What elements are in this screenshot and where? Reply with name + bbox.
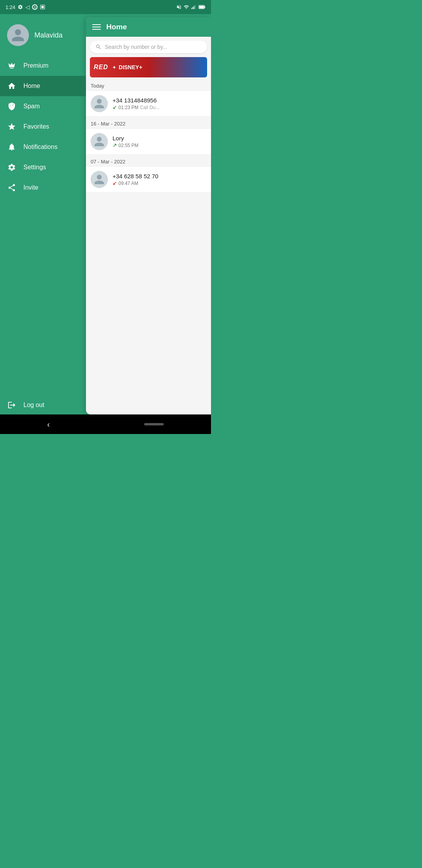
svg-rect-3 [193, 7, 193, 9]
sidebar-item-label-invite: Invite [23, 184, 38, 191]
svg-rect-1 [41, 6, 44, 8]
home-pill[interactable] [144, 423, 164, 425]
shield-icon [7, 102, 16, 111]
call-item[interactable]: +34 628 58 52 70 ↙ 09:47 AM [86, 167, 211, 192]
ad-text-red: RED [94, 64, 108, 71]
back-button[interactable]: ‹ [47, 420, 50, 429]
main-layout: Malavida Premium Home Spam Favorite [0, 14, 211, 414]
status-bar: 1:24 ◁ 8 [0, 0, 211, 14]
sidebar-item-label-spam: Spam [23, 103, 40, 110]
ad-banner: RED ✦ DISNEY+ [90, 57, 207, 77]
caller-avatar [91, 133, 108, 150]
call-info: +34 1314848956 ↙ 01:23 PM Call Du... [113, 97, 206, 110]
incoming-arrow-icon: ↙ [113, 104, 117, 110]
svg-rect-4 [193, 6, 194, 9]
caller-avatar [91, 95, 108, 112]
call-time: 01:23 PM [118, 105, 138, 110]
search-placeholder: Search by number or by... [105, 44, 167, 50]
sidebar-item-invite[interactable]: Invite [0, 178, 86, 198]
call-time-row: ↙ 09:47 AM [113, 180, 206, 186]
call-list: Today +34 1314848956 ↙ 01:23 PM Call Du.… [86, 79, 211, 414]
sidebar-item-label-favorites: Favorites [23, 123, 49, 130]
content-panel: Home Search by number or by... RED ✦ DIS… [86, 17, 211, 414]
sidebar-item-notifications[interactable]: Notifications [0, 137, 86, 157]
content-header: Home [86, 17, 211, 37]
star-icon [7, 122, 16, 131]
date-header-mar07: 07 - Mar - 2022 [86, 155, 211, 166]
user-profile: Malavida [0, 20, 86, 56]
date-header-mar16: 16 - Mar - 2022 [86, 117, 211, 128]
sidebar-item-premium[interactable]: Premium [0, 56, 86, 76]
content-title: Home [106, 23, 127, 31]
call-time: 09:47 AM [118, 181, 138, 186]
call-info: Lory ↗ 02:55 PM [113, 135, 206, 148]
call-time-row: ↗ 02:55 PM [113, 142, 206, 148]
call-time: 02:55 PM [118, 143, 138, 148]
wifi-icon [184, 4, 189, 10]
search-bar[interactable]: Search by number or by... [90, 41, 207, 53]
mute-icon [176, 4, 182, 10]
bottom-nav: ‹ [0, 414, 211, 434]
sidebar: Malavida Premium Home Spam Favorite [0, 14, 86, 414]
status-left: 1:24 ◁ 8 [5, 4, 45, 10]
settings-status-icon [18, 4, 23, 10]
search-icon [95, 44, 102, 50]
sidebar-item-label-premium: Premium [23, 62, 48, 69]
logout-icon [7, 400, 16, 410]
call-name: +34 1314848956 [113, 97, 206, 104]
battery-icon [198, 5, 206, 9]
date-header-today: Today [86, 79, 211, 90]
screenshot-icon [40, 4, 45, 10]
circle-icon: 8 [32, 4, 38, 10]
call-time-row: ↙ 01:23 PM Call Du... [113, 104, 206, 110]
status-right [176, 4, 206, 10]
back-arrow-icon: ◁ [25, 4, 30, 10]
logout-button[interactable]: Log out [0, 395, 86, 414]
call-name: +34 628 58 52 70 [113, 173, 206, 179]
outgoing-arrow-icon: ↗ [113, 142, 117, 148]
signal-icon [191, 4, 197, 10]
sidebar-item-settings[interactable]: Settings [0, 157, 86, 178]
missed-arrow-icon: ↙ [113, 180, 117, 186]
status-time: 1:24 [5, 4, 15, 10]
sidebar-item-label-notifications: Notifications [23, 143, 57, 151]
sidebar-item-favorites[interactable]: Favorites [0, 117, 86, 137]
gear-icon [7, 163, 16, 172]
logout-label: Log out [23, 402, 44, 409]
sidebar-item-spam[interactable]: Spam [0, 96, 86, 117]
ad-text-white: ✦ [112, 65, 116, 70]
call-duration: Call Du... [140, 105, 159, 110]
home-icon [7, 81, 16, 91]
call-item[interactable]: Lory ↗ 02:55 PM [86, 129, 211, 154]
hamburger-button[interactable] [92, 24, 101, 30]
call-info: +34 628 58 52 70 ↙ 09:47 AM [113, 173, 206, 186]
user-name: Malavida [34, 31, 63, 39]
share-icon [7, 183, 16, 192]
sidebar-item-home[interactable]: Home [0, 76, 86, 96]
avatar [7, 24, 29, 46]
call-item[interactable]: +34 1314848956 ↙ 01:23 PM Call Du... [86, 91, 211, 116]
call-name: Lory [113, 135, 206, 142]
sidebar-item-label-home: Home [23, 82, 40, 90]
svg-rect-5 [195, 5, 195, 9]
sidebar-item-label-settings: Settings [23, 164, 46, 171]
crown-icon [7, 61, 16, 70]
caller-avatar [91, 171, 108, 188]
svg-rect-8 [199, 6, 204, 9]
disney-text: DISNEY+ [119, 64, 142, 70]
bell-icon [7, 142, 16, 152]
svg-rect-7 [204, 6, 205, 8]
svg-rect-2 [191, 8, 192, 9]
